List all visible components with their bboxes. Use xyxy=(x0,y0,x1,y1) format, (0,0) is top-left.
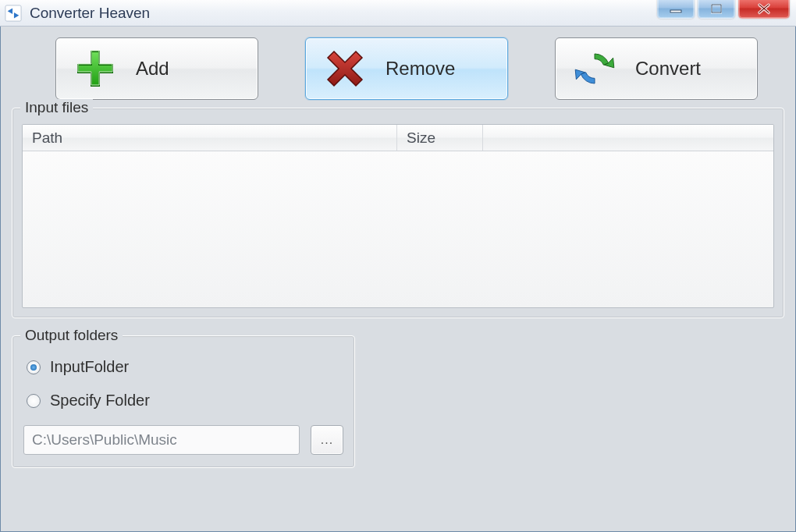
radio-specify-folder-label: Specify Folder xyxy=(50,392,150,410)
column-header-spacer xyxy=(483,125,773,151)
add-button[interactable]: Add xyxy=(55,37,258,100)
window-title: Converter Heaven xyxy=(30,5,150,22)
convert-button-label: Convert xyxy=(635,58,701,80)
column-header-path[interactable]: Path xyxy=(23,125,397,151)
input-files-header: Path Size xyxy=(23,125,773,151)
minimize-button[interactable] xyxy=(657,0,695,19)
toolbar: Add Remove Convert xyxy=(12,37,784,100)
browse-button[interactable]: ... xyxy=(311,425,343,455)
output-folders-group: Output folders InputFolder Specify Folde… xyxy=(12,335,355,468)
plus-icon xyxy=(73,47,117,90)
remove-button-label: Remove xyxy=(386,58,455,80)
radio-specify-folder[interactable]: Specify Folder xyxy=(27,392,343,410)
column-header-size[interactable]: Size xyxy=(397,125,483,151)
radio-input-folder-label: InputFolder xyxy=(50,358,129,376)
output-path-input[interactable] xyxy=(23,425,300,455)
output-folders-legend: Output folders xyxy=(20,327,123,344)
convert-button[interactable]: Convert xyxy=(555,37,758,100)
window-controls xyxy=(654,0,790,19)
radio-icon xyxy=(27,360,41,374)
output-path-row: ... xyxy=(23,425,343,455)
refresh-icon xyxy=(573,47,617,90)
input-files-legend: Input files xyxy=(20,99,93,116)
title-bar: Converter Heaven xyxy=(0,0,796,27)
input-files-group: Input files Path Size xyxy=(12,108,784,318)
input-files-list[interactable]: Path Size xyxy=(22,124,774,308)
app-icon xyxy=(5,5,22,22)
ellipsis-icon: ... xyxy=(321,433,333,447)
remove-button[interactable]: Remove xyxy=(305,37,508,100)
radio-input-folder[interactable]: InputFolder xyxy=(27,358,343,376)
add-button-label: Add xyxy=(136,58,169,80)
cross-icon xyxy=(323,47,367,90)
svg-rect-0 xyxy=(5,5,21,20)
svg-rect-1 xyxy=(670,10,681,12)
svg-rect-2 xyxy=(712,5,721,12)
client-area: Add Remove Convert Input files xyxy=(0,27,796,532)
radio-icon xyxy=(27,394,41,408)
close-button[interactable] xyxy=(738,0,790,19)
svg-rect-3 xyxy=(712,5,721,12)
maximize-button[interactable] xyxy=(698,0,735,19)
